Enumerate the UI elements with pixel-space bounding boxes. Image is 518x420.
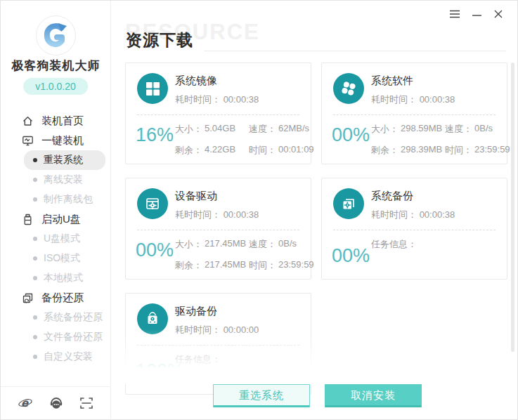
task-info-label: 任务信息： (175, 353, 221, 366)
size-value: 5.04GB (205, 123, 235, 136)
time-value: 23:59:59 (474, 144, 510, 157)
app-name: 极客狗装机大师 (1, 58, 111, 74)
scan-icon[interactable] (79, 395, 94, 411)
card-system-software: 系统软件 耗时时间： 00:00:38 00% 大小：298.59MB 速度：0… (321, 63, 507, 164)
sidebar-item-label: U盘模式 (44, 232, 80, 245)
card-divider (137, 230, 299, 230)
speed-value: 0B/s (278, 238, 297, 251)
sidebar-item-label: ISO模式 (44, 252, 80, 265)
sidebar-item-label: 备份还原 (41, 291, 84, 305)
card-stats: 大小：5.04GB 速度：62MB/s 剩余：4.22GB 时间：00:01:0… (175, 123, 304, 165)
sidebar-item-offline-install[interactable]: 离线安装 (24, 170, 105, 190)
card-title: 设备驱动 (175, 190, 217, 203)
card-title: 系统软件 (371, 74, 413, 88)
time-label: 时间： (445, 144, 472, 157)
time-value: 00:01:09 (278, 144, 314, 157)
elapsed-label: 耗时时间： (175, 209, 221, 220)
app-logo (36, 15, 76, 55)
bullet-icon (33, 335, 37, 339)
elapsed-value: 00:00:38 (420, 209, 455, 220)
task-info-label: 任务信息： (371, 238, 417, 251)
card-stats: 大小：217.45MB 速度：0B/s 剩余：217.45MB 时间：23:59… (175, 238, 304, 280)
minimize-icon[interactable] (470, 8, 483, 20)
scrollbar-thumb[interactable] (511, 63, 514, 352)
card-stats: 大小：298.59MB 速度：0B/s 剩余：298.39MB 时间：23:59… (371, 123, 500, 165)
svg-text:e: e (21, 397, 29, 409)
speed-label: 速度： (249, 123, 276, 136)
close-icon[interactable] (492, 8, 505, 20)
card-system-image: 系统镜像 耗时时间： 00:00:38 16% 大小：5.04GB 速度：62M… (125, 63, 311, 164)
app-window: 极客狗装机大师 v1.0.0.20 装机首页 一键装机 (0, 0, 518, 420)
hamburger-icon[interactable] (448, 8, 461, 20)
speed-value: 62MB/s (278, 123, 309, 136)
card-elapsed: 耗时时间： 00:00:38 (371, 93, 455, 106)
sidebar-item-home[interactable]: 装机首页 (1, 111, 111, 131)
sidebar-item-onekey[interactable]: 一键装机 (1, 131, 111, 150)
bullet-icon (33, 158, 37, 162)
app-petals-icon (333, 73, 364, 104)
card-system-backup: 系统备份 耗时时间： 00:00:38 00% 任务信息： (321, 178, 507, 280)
size-label: 大小： (371, 123, 399, 136)
card-percent: 00% (136, 239, 174, 261)
size-label: 大小： (175, 123, 202, 136)
remain-value: 217.45MB (205, 259, 246, 272)
card-title: 系统镜像 (175, 74, 217, 88)
speed-label: 速度： (445, 123, 472, 136)
card-percent: 16% (136, 124, 174, 146)
driver-gear-box-icon (137, 188, 168, 219)
elapsed-label: 耗时时间： (371, 94, 417, 105)
support-headset-icon[interactable] (48, 395, 64, 411)
sidebar-item-local-mode[interactable]: 本地模式 (24, 268, 105, 288)
time-label: 时间： (249, 259, 276, 272)
sidebar-item-file-backup-restore[interactable]: 文件备份还原 (24, 327, 105, 347)
card-title: 系统备份 (371, 190, 413, 203)
sidebar-item-usb-mode[interactable]: U盘模式 (24, 229, 105, 249)
cancel-install-button[interactable]: 取消安装 (325, 384, 422, 407)
sidebar-nav: 装机首页 一键装机 重装系统 离线安装 (1, 111, 111, 367)
sidebar-item-label: 装机首页 (41, 114, 84, 128)
sidebar-item-label: 自定义安装 (44, 350, 93, 363)
title-divider (204, 51, 506, 51)
card-divider (333, 114, 496, 115)
bullet-icon (33, 237, 37, 241)
restore-icon (22, 292, 34, 304)
remain-label: 剩余： (371, 144, 399, 157)
version-badge: v1.0.0.20 (23, 78, 88, 95)
card-elapsed: 耗时时间： 00:00:00 (175, 324, 259, 336)
sidebar-item-label: 制作离线包 (44, 193, 93, 206)
bullet-icon (33, 315, 37, 320)
sidebar-item-boot-usb[interactable]: 启动U盘 (1, 209, 111, 229)
elapsed-label: 耗时时间： (175, 324, 221, 335)
sidebar-item-label: 系统备份还原 (44, 311, 103, 324)
bullet-icon (33, 178, 37, 182)
card-divider (333, 230, 496, 230)
card-divider (137, 345, 299, 346)
ie-browser-icon[interactable]: e (18, 395, 33, 411)
sidebar-item-label: 重装系统 (44, 154, 83, 166)
windows-grid-icon (137, 73, 168, 104)
sidebar-item-iso-mode[interactable]: ISO模式 (24, 249, 105, 268)
remain-value: 298.39MB (401, 144, 442, 157)
sidebar-item-system-backup-restore[interactable]: 系统备份还原 (24, 308, 105, 327)
sidebar-item-reinstall-system[interactable]: 重装系统 (24, 150, 105, 170)
card-percent: 00% (332, 245, 370, 267)
card-elapsed: 耗时时间： 00:00:38 (175, 93, 259, 106)
speed-label: 速度： (249, 238, 276, 251)
elapsed-label: 耗时时间： (175, 94, 221, 105)
remain-label: 剩余： (175, 259, 202, 272)
card-percent: 00% (332, 124, 370, 146)
elapsed-value: 00:00:38 (420, 94, 455, 105)
elapsed-value: 00:00:00 (224, 324, 259, 335)
reselect-system-button[interactable]: 重选系统 (213, 384, 310, 407)
backup-gear-icon (333, 188, 364, 219)
sidebar-item-custom-install[interactable]: 自定义安装 (24, 347, 105, 367)
sidebar-item-make-offline-pack[interactable]: 制作离线包 (24, 190, 105, 209)
size-value: 298.59MB (401, 123, 442, 136)
card-device-driver: 设备驱动 耗时时间： 00:00:38 00% 大小：217.45MB 速度：0… (125, 178, 311, 280)
card-divider (137, 114, 299, 115)
speed-value: 0B/s (474, 123, 493, 136)
usb-icon (22, 214, 34, 225)
sidebar-item-backup-restore[interactable]: 备份还原 (1, 288, 111, 308)
remain-label: 剩余： (175, 144, 202, 157)
card-elapsed: 耗时时间： 00:00:38 (371, 209, 455, 221)
